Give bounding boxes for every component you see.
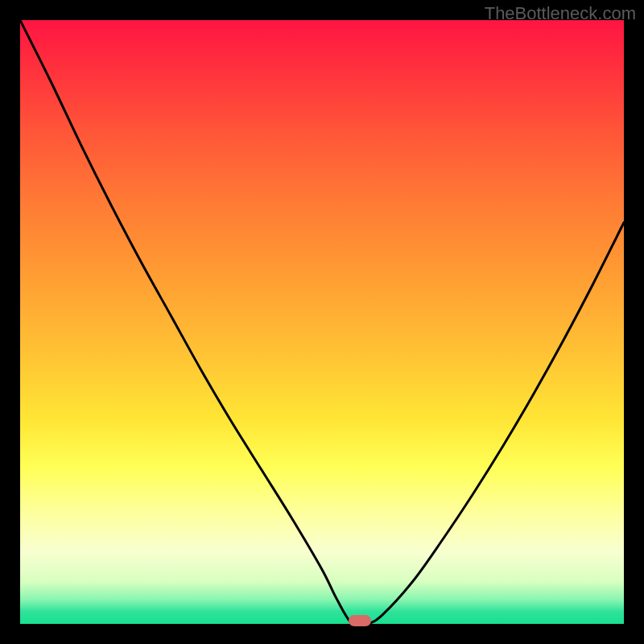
watermark-text: TheBottleneck.com	[485, 3, 636, 24]
plot-area	[20, 20, 624, 624]
optimum-marker	[349, 615, 371, 626]
curve-svg	[20, 20, 624, 624]
bottleneck-curve	[20, 20, 624, 624]
